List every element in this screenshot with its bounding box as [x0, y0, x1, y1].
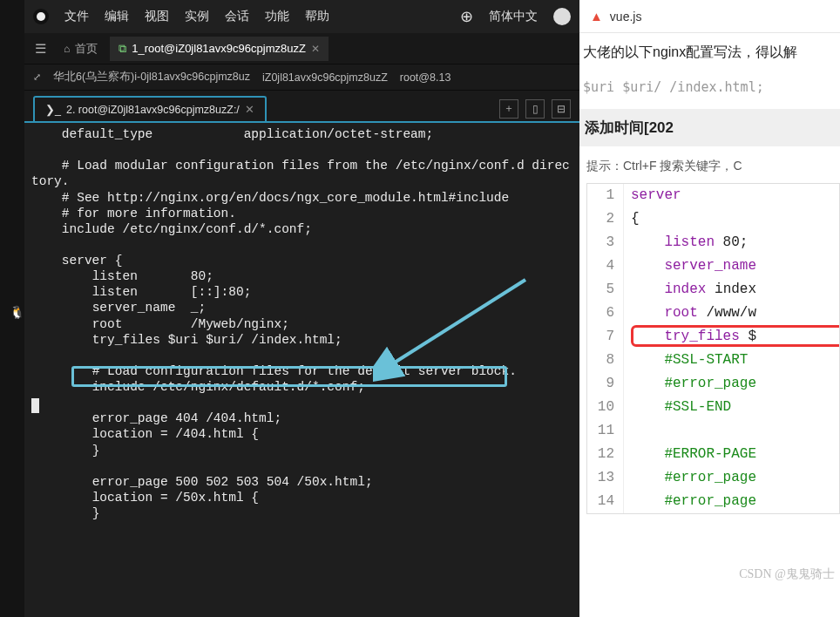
expand-icon[interactable]: ⤢: [33, 71, 41, 83]
browser-pane: ▲ vue.js 大佬的以下nginx配置写法，得以解 $uri $uri/ /…: [579, 0, 840, 617]
gutter-line-number: 7: [587, 325, 624, 349]
gutter-line-number: 3: [587, 231, 624, 254]
code-cell: #error_page: [624, 490, 756, 513]
highlight-red-box: [631, 325, 839, 347]
split-vertical-icon[interactable]: ⊟: [552, 99, 571, 119]
code-row: 14 #error_page: [587, 490, 839, 513]
browser-tab-title: vue.js: [610, 10, 642, 24]
code-row: 12 #ERROR-PAGE: [587, 443, 839, 466]
gutter-line-number: 6: [587, 302, 624, 325]
code-listing[interactable]: 1server2{3 listen 80;4 server_name5 inde…: [586, 183, 840, 514]
search-hint: 提示：Ctrl+F 搜索关键字，C: [579, 146, 840, 183]
watermark: CSDN @鬼鬼骑士: [739, 566, 835, 582]
close-icon[interactable]: ✕: [311, 43, 320, 55]
flame-icon: ▲: [590, 9, 603, 24]
gutter-line-number: 5: [587, 278, 624, 302]
browser-tab[interactable]: ▲ vue.js: [579, 0, 840, 33]
gutter-line-number: 10: [587, 396, 624, 419]
menu-help[interactable]: 帮助: [305, 9, 329, 24]
menubar: 文件 编辑 视图 实例 会话 功能 帮助 ⊕ 简体中文: [24, 0, 579, 33]
gutter-line-number: 4: [587, 254, 624, 278]
code-cell: {: [624, 207, 640, 231]
prompt-icon: ❯_: [45, 103, 61, 116]
code-row: 8 #SSL-START: [587, 349, 839, 372]
inline-snippet: $uri $uri/ /index.html;: [579, 74, 840, 109]
split-add-icon[interactable]: ＋: [499, 99, 518, 119]
tab-label: 1_root@iZ0jl81avx9c96cpjmz8uzZ: [132, 42, 306, 55]
terminal-tabs: ❯_ 2. root@iZ0jl81avx9c96cpjmz8uzZ:/ ✕ ＋…: [24, 91, 579, 121]
menu-instance[interactable]: 实例: [185, 9, 209, 24]
crumb-region[interactable]: 华北6(乌兰察布)i-0jl81avx9c96cpjmz8uz: [53, 70, 250, 85]
close-icon[interactable]: ✕: [245, 103, 254, 116]
tab-session[interactable]: ⧉ 1_root@iZ0jl81avx9c96cpjmz8uzZ ✕: [110, 37, 329, 61]
code-cell: #error_page: [624, 372, 756, 396]
code-cell: index index: [624, 278, 756, 302]
highlight-box: [71, 366, 507, 387]
code-cell: root /www/w: [624, 302, 756, 325]
code-cell: #error_page: [624, 466, 756, 490]
gutter-line-number: 8: [587, 349, 624, 372]
code-row: 10 #SSL-END: [587, 396, 839, 419]
code-cell: server_name: [624, 254, 756, 278]
gutter-line-number: 1: [587, 184, 624, 207]
terminal-output: default_type application/octet-stream; #…: [31, 126, 572, 521]
home-icon: ⌂: [64, 43, 70, 55]
crumb-host[interactable]: iZ0jl81avx9c96cpjmz8uzZ: [262, 71, 388, 84]
code-cell: listen 80;: [624, 231, 748, 254]
code-row: 13 #error_page: [587, 466, 839, 490]
language-switch[interactable]: 简体中文: [489, 9, 538, 24]
add-icon[interactable]: ⊕: [460, 7, 473, 26]
terminal-icon: ⧉: [119, 42, 126, 56]
gutter-line-number: 14: [587, 490, 624, 513]
tabstrip: ☰ ⌂首页 ⧉ 1_root@iZ0jl81avx9c96cpjmz8uzZ ✕: [24, 33, 579, 64]
gutter-line-number: 12: [587, 443, 624, 466]
app-logo-icon: [33, 9, 49, 24]
code-cell: server: [624, 184, 681, 207]
terminal-tab-active[interactable]: ❯_ 2. root@iZ0jl81avx9c96cpjmz8uzZ:/ ✕: [33, 96, 267, 121]
menu-function[interactable]: 功能: [265, 9, 289, 24]
gutter-line-number: 11: [587, 419, 624, 443]
sidebar-rail: 🐧 ◔ 当前页面 ✓ 最近登录 ≡ 我的实例: [0, 0, 24, 617]
tab-home[interactable]: ⌂首页: [55, 36, 106, 62]
gutter-line-number: 2: [587, 207, 624, 231]
article-heading: 大佬的以下nginx配置写法，得以解: [579, 42, 840, 74]
app-body: 文件 编辑 视图 实例 会话 功能 帮助 ⊕ 简体中文 ☰ ⌂首页 ⧉ 1_ro…: [24, 0, 579, 617]
gutter-line-number: 13: [587, 466, 624, 490]
code-cell: [624, 419, 631, 443]
terminal-pane[interactable]: default_type application/octet-stream; #…: [24, 121, 579, 617]
menu-view[interactable]: 视图: [145, 9, 169, 24]
code-cell: #ERROR-PAGE: [624, 443, 756, 466]
terminal-app: 🐧 ◔ 当前页面 ✓ 最近登录 ≡ 我的实例 文件 编辑 视图 实例 会话 功能…: [0, 0, 579, 617]
browser-content: 大佬的以下nginx配置写法，得以解 $uri $uri/ /index.htm…: [579, 33, 840, 514]
gutter-line-number: 9: [587, 372, 624, 396]
code-row: 4 server_name: [587, 254, 839, 278]
hamburger-icon[interactable]: ☰: [30, 37, 51, 60]
menu-file[interactable]: 文件: [64, 9, 89, 24]
penguin-icon: 🐧: [10, 305, 24, 319]
code-row: 11: [587, 419, 839, 443]
code-row: 3 listen 80;: [587, 231, 839, 254]
code-row: 9 #error_page: [587, 372, 839, 396]
code-row: 1server: [587, 184, 839, 207]
code-row: 6 root /www/w: [587, 302, 839, 325]
split-horizontal-icon[interactable]: ▯: [525, 99, 545, 119]
terminal-cursor: [31, 398, 39, 413]
avatar[interactable]: [553, 8, 571, 25]
crumb-user[interactable]: root@8.13: [400, 71, 451, 84]
breadcrumb: ⤢ 华北6(乌兰察布)i-0jl81avx9c96cpjmz8uz iZ0jl8…: [24, 64, 579, 91]
menu-edit[interactable]: 编辑: [105, 9, 129, 24]
code-row: 2{: [587, 207, 839, 231]
code-row: 7 try_files $: [587, 325, 839, 349]
code-cell: #SSL-END: [624, 396, 731, 419]
code-cell: #SSL-START: [624, 349, 748, 372]
code-row: 5 index index: [587, 278, 839, 302]
tab-label: 首页: [75, 41, 98, 57]
addtime-banner: 添加时间[202: [579, 109, 840, 146]
terminal-tab-label: 2. root@iZ0jl81avx9c96cpjmz8uzZ:/: [66, 104, 240, 116]
menu-session[interactable]: 会话: [225, 9, 249, 24]
